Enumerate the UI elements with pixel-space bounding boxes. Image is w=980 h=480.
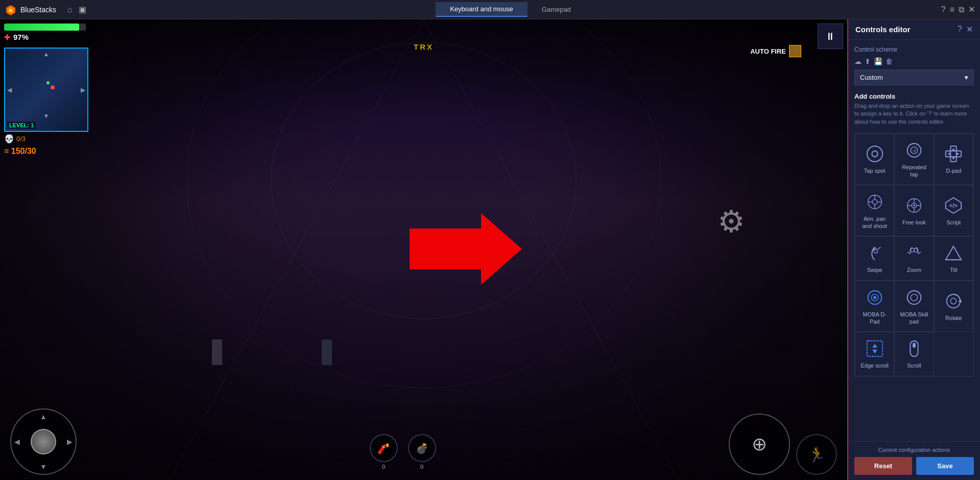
npc-left xyxy=(212,339,222,365)
free-look-icon xyxy=(904,195,924,216)
moba-dpad-label: MOBA D-Pad xyxy=(858,311,891,326)
app-name-label: BlueStacks xyxy=(20,6,56,14)
control-rotate[interactable]: Rotate xyxy=(934,281,973,332)
cloud-upload-icon[interactable]: ⬆ xyxy=(865,57,871,65)
svg-point-9 xyxy=(872,151,877,157)
nav-icons: ⌂ ▣ xyxy=(65,3,88,16)
auto-fire-label: AUTO FIRE xyxy=(750,48,786,55)
aim-pan-shoot-label: Aim, pan and shoot xyxy=(858,215,891,230)
panel-help-icon[interactable]: ? xyxy=(958,25,962,34)
panel-header: Controls editor ? ✕ xyxy=(848,19,980,40)
panel-title: Controls editor xyxy=(855,25,911,34)
control-repeated-tap[interactable]: ↺ Repeated tap xyxy=(894,133,934,185)
game-screen[interactable]: TRX ✚ 97% ▲ ▼ ◀ ▶ xyxy=(0,19,847,480)
swipe-icon xyxy=(865,243,885,263)
save-button[interactable]: Save xyxy=(916,457,974,475)
tilt-label: Tilt xyxy=(950,266,957,273)
control-script[interactable]: </> Script xyxy=(934,185,973,237)
svg-marker-49 xyxy=(872,350,877,354)
scheme-dropdown[interactable]: Custom ▾ xyxy=(854,70,974,85)
svg-point-41 xyxy=(873,296,876,299)
svg-marker-18 xyxy=(957,152,960,155)
window-controls: ? ≡ ⧉ ✕ xyxy=(914,5,975,14)
svg-point-31 xyxy=(913,204,915,207)
tilt-icon xyxy=(943,243,964,263)
dpad-icon xyxy=(943,144,964,164)
reset-button[interactable]: Reset xyxy=(854,457,912,475)
help-icon[interactable]: ? xyxy=(941,5,946,14)
control-aim-pan-shoot[interactable]: Aim, pan and shoot xyxy=(855,185,894,237)
npc-right xyxy=(322,339,332,365)
add-controls-desc: Drag and drop an action on your game scr… xyxy=(854,102,974,126)
pause-icon: ⏸ xyxy=(825,31,835,42)
edge-scroll-icon xyxy=(865,338,885,359)
delete-scheme-icon[interactable]: 🗑 xyxy=(886,57,893,65)
svg-point-43 xyxy=(911,294,917,301)
moba-skill-pad-label: MOBA Skill pad xyxy=(898,311,930,326)
auto-fire-toggle[interactable] xyxy=(789,45,801,57)
scroll-label: Scroll xyxy=(907,362,921,369)
tab-gamepad[interactable]: Gamepad xyxy=(528,3,585,16)
moba-dpad-icon xyxy=(865,287,885,308)
svg-marker-17 xyxy=(948,152,950,155)
config-actions-label: Current configuration actions xyxy=(854,447,974,453)
tab-bar: Keyboard and mouse Gamepad xyxy=(107,2,914,17)
panel-close-icon[interactable]: ✕ xyxy=(966,25,973,34)
app-branding: B BlueStacks ⌂ ▣ xyxy=(5,3,107,16)
main-area: TRX ✚ 97% ▲ ▼ ◀ ▶ xyxy=(0,19,980,480)
zoom-label: Zoom xyxy=(907,266,921,273)
edge-scroll-label: Edge scroll xyxy=(861,362,888,369)
aim-pan-shoot-icon xyxy=(865,192,885,212)
free-look-label: Free look xyxy=(902,219,926,226)
auto-fire-control: AUTO FIRE xyxy=(750,45,801,57)
control-dpad[interactable]: D-pad xyxy=(934,133,973,185)
svg-text:B: B xyxy=(9,8,12,13)
close-icon[interactable]: ✕ xyxy=(968,5,975,14)
cloud-download-icon[interactable]: ☁ xyxy=(854,57,862,65)
control-free-look[interactable]: Free look xyxy=(894,185,934,237)
control-scheme-section: Control scheme ☁ ⬆ 💾 🗑 Custom ▾ xyxy=(854,46,974,85)
control-moba-skill-pad[interactable]: MOBA Skill pad xyxy=(894,281,934,332)
top-bar: B BlueStacks ⌂ ▣ Keyboard and mouse Game… xyxy=(0,0,980,19)
control-tilt[interactable]: Tilt xyxy=(934,236,973,280)
layers-icon[interactable]: ▣ xyxy=(77,3,88,16)
svg-rect-51 xyxy=(913,343,916,348)
tap-spot-label: Tap spot xyxy=(864,167,886,174)
restore-icon[interactable]: ⧉ xyxy=(959,5,964,14)
control-zoom[interactable]: Zoom xyxy=(894,236,934,280)
svg-point-45 xyxy=(951,298,957,304)
controls-grid: Tap spot ↺ Repeated tap xyxy=(854,133,974,376)
menu-icon[interactable]: ≡ xyxy=(950,5,954,14)
corridor-overlay xyxy=(0,19,847,480)
svg-point-20 xyxy=(872,199,877,204)
control-scroll[interactable]: Scroll xyxy=(894,332,934,376)
tab-keyboard-mouse[interactable]: Keyboard and mouse xyxy=(436,2,528,17)
chevron-down-icon: ▾ xyxy=(965,74,968,81)
trx-label: TRX xyxy=(414,42,434,51)
repeated-tap-icon: ↺ xyxy=(904,140,924,161)
scheme-icons-row: ☁ ⬆ 💾 🗑 xyxy=(854,57,974,65)
svg-point-42 xyxy=(907,290,921,304)
control-moba-dpad[interactable]: MOBA D-Pad xyxy=(855,281,894,332)
svg-marker-46 xyxy=(959,299,963,302)
control-swipe[interactable]: Swipe xyxy=(855,236,894,280)
bluestacks-logo-icon: B xyxy=(5,4,16,15)
svg-marker-48 xyxy=(872,344,877,348)
svg-text:↺: ↺ xyxy=(912,149,916,153)
add-controls-section: Add controls Drag and drop an action on … xyxy=(854,93,974,126)
pause-button[interactable]: ⏸ xyxy=(818,24,843,49)
tap-spot-icon xyxy=(865,144,885,164)
save-scheme-icon[interactable]: 💾 xyxy=(874,57,882,65)
controls-editor-panel: Controls editor ? ✕ Control scheme ☁ ⬆ 💾… xyxy=(847,19,980,480)
control-edge-scroll[interactable]: Edge scroll xyxy=(855,332,894,376)
control-tap-spot[interactable]: Tap spot xyxy=(855,133,894,185)
home-icon[interactable]: ⌂ xyxy=(65,3,75,16)
svg-marker-37 xyxy=(946,246,961,260)
script-icon: </> xyxy=(943,195,964,216)
panel-header-icons: ? ✕ xyxy=(958,25,973,34)
svg-text:</>: </> xyxy=(949,202,958,209)
repeated-tap-label: Repeated tap xyxy=(898,164,930,178)
scheme-section-label: Control scheme xyxy=(854,46,974,53)
panel-footer: Current configuration actions Reset Save xyxy=(848,441,980,480)
svg-marker-16 xyxy=(952,157,955,160)
